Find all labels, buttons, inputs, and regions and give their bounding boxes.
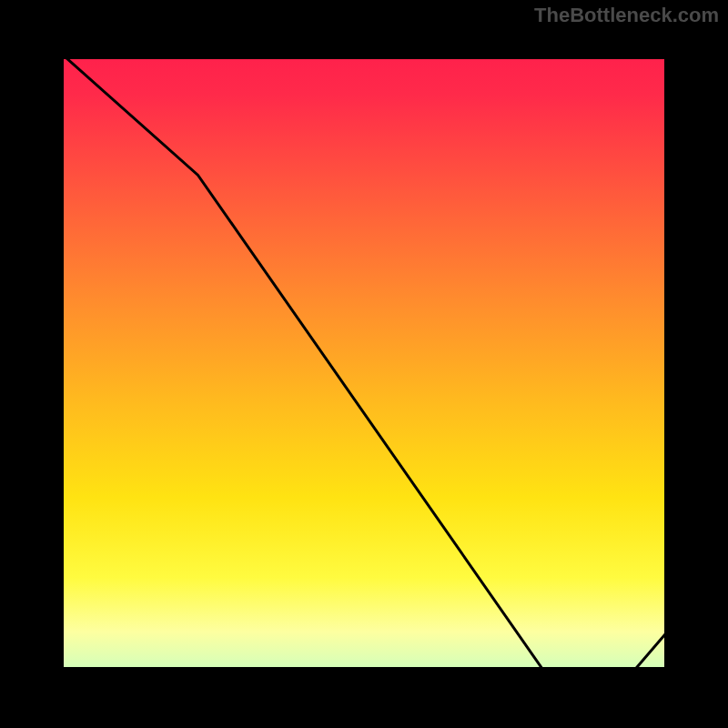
chart-stage: TheBottleneck.com <box>0 0 728 728</box>
chart-svg <box>0 0 728 728</box>
watermark-text: TheBottleneck.com <box>534 4 719 27</box>
plot-background <box>32 27 696 699</box>
